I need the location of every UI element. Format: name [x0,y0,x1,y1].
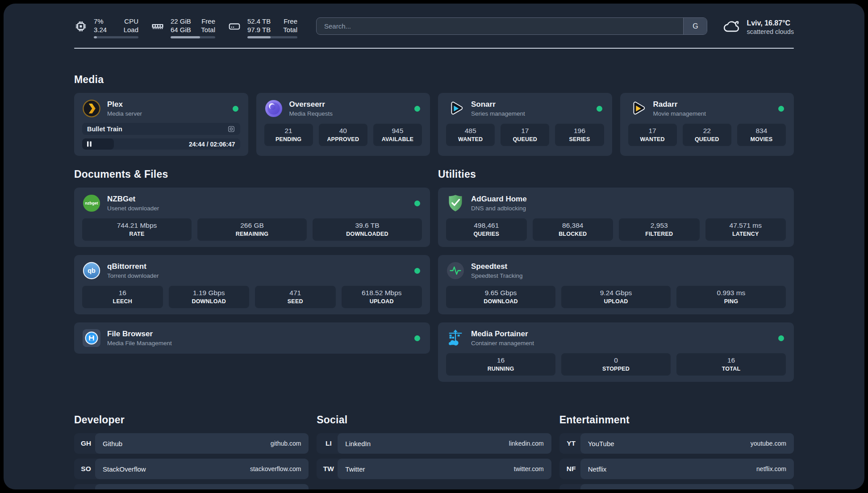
app-card-sonarr[interactable]: Sonarr Series management 485 WANTED 17 Q… [438,93,612,156]
app-card-qbittorrent[interactable]: qb qBittorrent Torrent downloader 16 LEE… [74,255,430,314]
bookmark-name: Github [103,440,122,447]
app-card-nzbget[interactable]: nzbget NZBGet Usenet downloader 744.21 M… [74,188,430,247]
bookmark-twitter[interactable]: TW Twitter twitter.com [317,459,551,479]
bookmark-name: Twitter [345,465,365,473]
svg-text:nzbget: nzbget [85,201,98,205]
bookmark-abbr: RE [559,484,583,489]
bookmark-host: netflix.com [756,465,786,472]
qbittorrent-icon: qb [82,261,101,280]
stat-rate: 744.21 Mbps RATE [82,218,192,241]
portainer-icon [446,329,465,347]
section-title-social: Social [317,414,551,426]
bookmark-abbr: GH [74,433,98,454]
pause-button[interactable] [87,141,92,147]
stat-queued: 17 QUEUED [501,124,549,146]
app-name: Radarr [653,100,772,109]
status-online-dot [778,335,784,341]
developer-bookmarks: Developer GH Github github.com SO StackO… [74,414,309,489]
search-engine-button[interactable]: G [683,18,707,34]
disk-icon [228,17,242,36]
cpu-progress-bar [94,36,138,38]
bookmark-reddit[interactable]: RE Reddit reddit.com [559,484,794,489]
cloud-icon [722,17,740,37]
bookmark-linkedin[interactable]: LI LinkedIn linkedin.com [317,433,551,454]
stat-movies: 834 MOVIES [737,124,786,146]
playback-progress-bar: 24:44 / 02:06:47 [82,138,240,150]
dashboard-app: 7% 3.24 CPU Load [4,4,864,489]
memory-free-value: 22 GiB [171,17,191,25]
stat-available: 945 AVAILABLE [373,124,422,146]
memory-widget: 22 GiB 64 GiB Free Total [151,17,215,38]
now-playing-bar: Bullet Train [82,123,240,135]
app-subtitle: DNS and adblocking [471,205,786,212]
app-name: Overseerr [289,100,409,109]
stat-approved: 40 APPROVED [319,124,367,146]
app-card-speedtest[interactable]: Speedtest Speedtest Tracking 9.65 Gbps D… [438,255,794,314]
disk-progress-bar [247,36,297,38]
bookmark-host: github.com [271,440,301,447]
stat-ping: 0.993 ms PING [676,286,786,308]
playback-time: 24:44 / 02:06:47 [189,141,235,148]
memory-total-value: 64 GiB [171,25,191,34]
app-subtitle: Movie management [653,110,772,117]
disk-free-label: Free [283,17,297,25]
app-name: AdGuard Home [471,194,786,204]
cpu-widget: 7% 3.24 CPU Load [74,17,138,38]
status-online-dot [414,106,420,112]
utilities-column: Utilities [438,168,794,390]
section-title-documents: Documents & Files [74,168,430,180]
app-card-portainer[interactable]: Media Portainer Container management 16 … [438,322,794,382]
stat-blocked: 86,384 BLOCKED [533,218,613,241]
bookmark-youtube[interactable]: YT YouTube youtube.com [559,433,794,454]
bookmark-stackoverflow[interactable]: SO StackOverflow stackoverflow.com [74,459,309,479]
app-subtitle: Container management [471,339,772,347]
app-card-radarr[interactable]: Radarr Movie management 17 WANTED 22 QUE… [620,93,794,156]
bookmark-host: twitter.com [514,465,544,472]
bookmark-dev[interactable]: DT DEV dev.to [74,484,309,489]
search-bar: G [316,17,707,35]
bookmark-abbr: NF [559,459,583,479]
svg-text:qb: qb [88,267,96,274]
app-subtitle: Speedtest Tracking [471,272,786,280]
section-title-entertainment: Entertainment [559,414,794,426]
section-title-media: Media [74,74,794,86]
filebrowser-icon [82,329,101,347]
stat-seed: 471 SEED [255,286,336,308]
bookmark-abbr: TW [317,459,340,479]
adguard-icon [446,194,465,213]
stat-latency: 47.571 ms LATENCY [705,218,786,241]
app-subtitle: Series management [471,110,590,117]
header-divider [74,48,794,49]
stat-downloaded: 39.6 TB DOWNLOADED [313,218,422,241]
social-bookmarks: Social LI LinkedIn linkedin.com TW Twitt… [317,414,551,489]
app-card-adguard[interactable]: AdGuard Home DNS and adblocking 498,461 … [438,188,794,247]
app-subtitle: Media File Management [107,339,408,347]
top-bar: 7% 3.24 CPU Load [74,4,794,38]
app-name: Sonarr [471,100,590,109]
bookmark-netflix[interactable]: NF Netflix netflix.com [559,459,794,479]
cpu-load-value: 3.24 [94,25,107,34]
stat-stopped: 0 STOPPED [561,353,671,376]
disk-widget: 52.4 TB 97.9 TB Free Total [228,17,297,38]
stat-series: 196 SERIES [555,124,604,146]
app-subtitle: Media Requests [289,110,409,117]
app-name: NZBGet [107,194,408,204]
app-card-overseerr[interactable]: Overseerr Media Requests 21 PENDING 40 A… [256,93,430,156]
stat-filtered: 2,953 FILTERED [619,218,700,241]
cpu-usage-value: 7% [94,17,107,25]
search-input[interactable] [317,18,683,34]
stat-total: 16 TOTAL [676,353,786,376]
bookmark-abbr: YT [559,433,583,454]
section-title-developer: Developer [74,414,309,426]
nzbget-icon: nzbget [82,194,101,213]
bookmark-github[interactable]: GH Github github.com [74,433,309,454]
status-online-dot [414,335,420,341]
status-online-dot [597,106,602,112]
app-name: Plex [107,100,226,109]
app-card-plex[interactable]: Plex Media server Bullet Train [74,93,248,156]
weather-summary: Lviv, 16.87°C [747,19,794,28]
radarr-icon [628,99,647,118]
overseerr-icon [264,99,283,118]
app-card-filebrowser[interactable]: File Browser Media File Management [74,322,430,354]
speedtest-icon [446,261,465,280]
